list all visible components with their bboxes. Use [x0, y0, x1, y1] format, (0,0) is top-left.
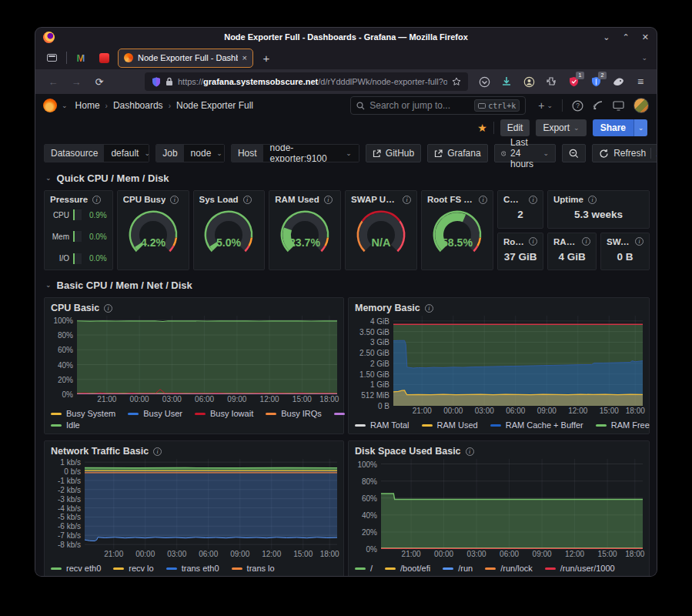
search-input[interactable]: Search or jump to... ctrl+k — [350, 96, 526, 115]
new-tab-button[interactable]: + — [258, 52, 275, 65]
panel-title[interactable]: Pressure — [50, 195, 88, 204]
legend-item-busy-irqs[interactable]: Busy IRQs — [266, 409, 322, 418]
info-icon[interactable]: i — [582, 237, 590, 246]
active-tab[interactable]: Node Exporter Full - Dashbo × — [118, 49, 253, 68]
info-icon[interactable]: i — [403, 196, 411, 204]
info-icon[interactable]: i — [170, 196, 179, 204]
tab-close-button[interactable]: × — [242, 53, 247, 62]
variable-value-dropdown[interactable]: node⌄ — [184, 145, 225, 162]
panel-title[interactable]: Uptime — [553, 195, 583, 204]
account-icon[interactable] — [522, 75, 536, 89]
info-icon[interactable]: i — [425, 304, 433, 313]
breadcrumb-item-node-exporter-full[interactable]: Node Exporter Full — [176, 100, 253, 111]
link-button-github[interactable]: GitHub — [366, 144, 421, 162]
chevron-down-icon[interactable]: ⌄ — [62, 102, 68, 109]
info-icon[interactable]: i — [153, 447, 162, 456]
info-icon[interactable]: i — [324, 196, 333, 204]
favorite-star-icon[interactable]: ★ — [477, 122, 487, 134]
news-rss-icon[interactable] — [593, 100, 603, 111]
share-menu-button[interactable]: ⌄ — [633, 119, 647, 136]
container-icon[interactable] — [611, 75, 625, 89]
pinned-tab-red-app[interactable] — [95, 49, 113, 66]
legend-item-root[interactable]: / — [355, 564, 373, 573]
menu-icon[interactable]: ≡ — [633, 75, 647, 89]
info-icon[interactable]: i — [635, 237, 644, 246]
list-all-tabs-button[interactable]: ⌄ — [641, 54, 650, 62]
reload-button[interactable]: ⟳ — [89, 72, 109, 91]
section-basic-cpu[interactable]: ⌄ Basic CPU / Mem / Net / Disk — [45, 277, 650, 293]
monitor-icon[interactable] — [613, 101, 624, 111]
breadcrumb-item-home[interactable]: Home — [75, 100, 100, 111]
legend-item-trans-lo[interactable]: trans lo — [232, 564, 275, 573]
panel-title[interactable]: Root FS Used — [427, 195, 474, 204]
extensions-icon[interactable] — [544, 75, 558, 89]
legend-item-trans-eth0[interactable]: trans eth0 — [166, 564, 219, 573]
info-icon[interactable]: i — [243, 196, 252, 204]
legend-item-recv-lo[interactable]: recv lo — [113, 564, 153, 573]
legend-item-idle[interactable]: Idle — [51, 420, 80, 430]
breadcrumb-item-dashboards[interactable]: Dashboards — [113, 100, 163, 111]
info-icon[interactable]: i — [529, 237, 537, 246]
edit-button[interactable]: Edit — [500, 119, 530, 136]
legend-item-busy-iowait[interactable]: Busy Iowait — [195, 409, 253, 418]
window-close-button[interactable]: ✕ — [642, 32, 649, 42]
refresh-interval[interactable]: 1m — [656, 148, 657, 159]
legend-item-run-user-1000[interactable]: /run/user/1000 — [545, 564, 615, 573]
legend-item-ram-used[interactable]: RAM Used — [422, 420, 478, 430]
legend-item-recv-eth0[interactable]: recv eth0 — [51, 564, 101, 573]
panel-title[interactable]: RootFS Total — [503, 237, 524, 246]
info-icon[interactable]: i — [529, 196, 537, 204]
grafana-logo-icon[interactable] — [43, 99, 57, 112]
info-icon[interactable]: i — [92, 196, 101, 204]
panel-title[interactable]: RAM Total — [553, 237, 577, 246]
panel-title[interactable]: SWAP Used — [351, 195, 398, 204]
info-icon[interactable]: i — [479, 196, 487, 204]
addon-blue-shield-icon[interactable]: 2 — [589, 75, 603, 89]
tracking-shield-icon[interactable] — [152, 77, 161, 87]
addon-red-shield-icon[interactable]: 1 — [567, 75, 580, 89]
legend-item-busy-system[interactable]: Busy System — [51, 409, 115, 418]
pocket-icon[interactable] — [477, 75, 491, 89]
info-icon[interactable]: i — [466, 447, 474, 456]
info-icon[interactable]: i — [104, 304, 112, 313]
panel-title[interactable]: RAM Used — [275, 195, 319, 204]
pinned-tab-gmail[interactable]: M — [72, 49, 90, 66]
help-icon[interactable]: ? — [572, 100, 583, 112]
panel-title[interactable]: Disk Space Used Basic — [355, 446, 461, 457]
panel-title[interactable]: Memory Basic — [355, 303, 420, 313]
zoom-out-button[interactable] — [562, 144, 586, 162]
link-button-grafana[interactable]: Grafana — [427, 144, 487, 162]
panel-title[interactable]: Network Traffic Basic — [51, 446, 149, 457]
forward-button[interactable]: → — [66, 72, 86, 91]
downloads-icon[interactable] — [500, 75, 513, 89]
info-icon[interactable]: i — [588, 196, 597, 204]
panel-title[interactable]: CPU Cores — [503, 195, 524, 204]
time-range-picker[interactable]: Last 24 hours⌄ — [494, 144, 557, 162]
section-quick-cpu[interactable]: ⌄ Quick CPU / Mem / Disk — [45, 170, 650, 186]
bookmark-star-icon[interactable] — [452, 77, 461, 86]
legend-item-ram-total[interactable]: RAM Total — [355, 420, 410, 430]
url-bar[interactable]: https://grafana.systemsobscure.net/d/rYd… — [145, 72, 468, 91]
lock-icon[interactable] — [165, 77, 173, 86]
legend-item-run-lock[interactable]: /run/lock — [485, 564, 533, 573]
legend-item-ram-cache-buffer[interactable]: RAM Cache + Buffer — [490, 420, 583, 430]
panel-title[interactable]: CPU Busy — [123, 195, 166, 204]
legend-item-ram-free[interactable]: RAM Free — [596, 420, 650, 430]
variable-value-dropdown[interactable]: default⌄ — [104, 145, 149, 162]
firefox-view-button[interactable] — [42, 49, 62, 66]
window-maximize-button[interactable]: ⌃ — [623, 32, 630, 42]
variable-value-dropdown[interactable]: node-exporter:9100⌄ — [263, 145, 359, 162]
legend-item-run[interactable]: /run — [443, 564, 473, 573]
window-minimize-button[interactable]: ⌄ — [603, 32, 610, 42]
panel-title[interactable]: SWAP Total — [607, 237, 630, 246]
share-button[interactable]: Share — [593, 119, 633, 136]
back-button[interactable]: ← — [43, 72, 63, 91]
legend-item-boot-efi[interactable]: /boot/efi — [385, 564, 430, 573]
add-button[interactable]: +⌄ — [538, 99, 553, 112]
export-button[interactable]: Export⌄ — [536, 119, 586, 136]
refresh-button[interactable]: Refresh 1m ⌄ — [592, 144, 657, 162]
panel-title[interactable]: Sys Load — [199, 195, 239, 204]
panel-title[interactable]: CPU Basic — [51, 303, 99, 313]
legend-item-busy-user[interactable]: Busy User — [128, 409, 182, 418]
avatar[interactable] — [633, 98, 649, 113]
